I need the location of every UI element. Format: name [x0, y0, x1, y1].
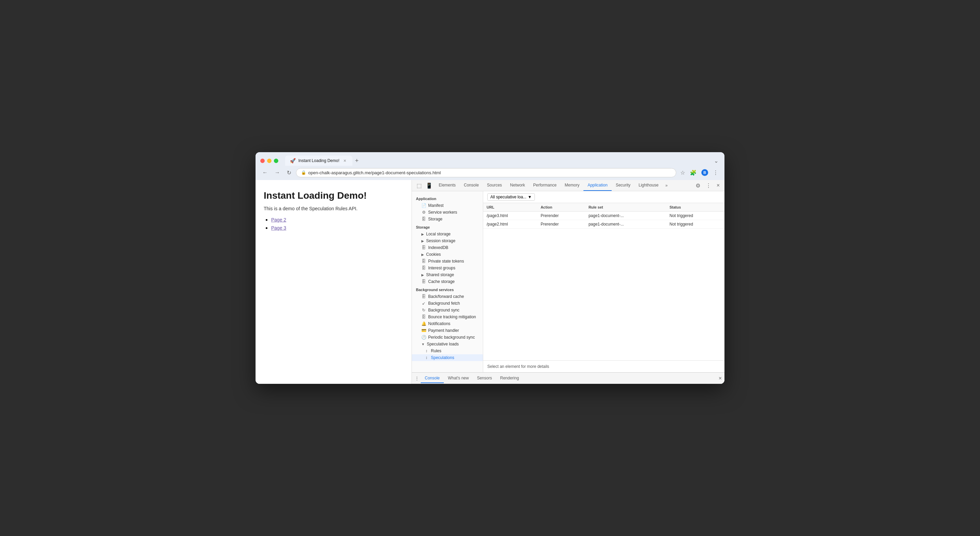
sidebar-item-bounce-tracking[interactable]: 🗄 Bounce tracking mitigation: [412, 313, 483, 320]
cookies-expand-icon: ▶: [422, 253, 424, 256]
row1-ruleset: page1-document-...: [585, 212, 666, 220]
maximize-window-button[interactable]: [274, 159, 278, 163]
col-action: Action: [537, 203, 585, 212]
row2-ruleset: page1-document-...: [585, 220, 666, 229]
sidebar-item-speculations[interactable]: ↕ Speculations: [412, 354, 483, 361]
overflow-menu-button[interactable]: ⌄: [713, 156, 720, 165]
page3-link[interactable]: Page 3: [271, 225, 286, 231]
close-window-button[interactable]: [260, 159, 265, 163]
address-actions: ☆ 🧩 B ⋮: [679, 168, 720, 177]
table-row[interactable]: /page3.html Prerender page1-document-...…: [483, 212, 724, 220]
more-tabs-button[interactable]: »: [663, 181, 670, 190]
sidebar-shared-storage-label: Shared storage: [426, 272, 454, 277]
sidebar-item-shared-storage[interactable]: ▶ Shared storage: [412, 271, 483, 278]
new-tab-button[interactable]: +: [352, 156, 361, 166]
extensions-button[interactable]: 🧩: [689, 168, 698, 177]
sidebar-payment-handler-label: Payment handler: [428, 328, 459, 333]
sidebar-item-rules[interactable]: ↕ Rules: [412, 347, 483, 354]
sidebar-item-background-fetch[interactable]: ↙ Background fetch: [412, 300, 483, 307]
tab-performance[interactable]: Performance: [529, 180, 561, 191]
rules-icon: ↕: [424, 348, 429, 353]
page2-link[interactable]: Page 2: [271, 217, 286, 223]
cache-storage-icon: 🗄: [422, 279, 426, 284]
drawer-tab-whats-new[interactable]: What's new: [444, 374, 473, 383]
local-storage-expand-icon: ▶: [422, 232, 424, 236]
forward-button[interactable]: →: [272, 168, 282, 177]
sidebar-item-indexeddb[interactable]: 🗄 IndexedDB: [412, 244, 483, 251]
tab-sources[interactable]: Sources: [483, 180, 506, 191]
browser-menu-button[interactable]: ⋮: [711, 168, 720, 177]
sidebar-item-background-sync[interactable]: ↻ Background sync: [412, 307, 483, 313]
sidebar-item-speculative-loads[interactable]: ▼ Speculative loads: [412, 341, 483, 347]
sidebar-item-service-workers[interactable]: ⚙ Service workers: [412, 209, 483, 216]
sidebar-item-periodic-bg-sync[interactable]: 🕐 Periodic background sync: [412, 334, 483, 341]
url-text: open-chalk-asparagus.glitch.me/page1-doc…: [308, 170, 441, 175]
back-button[interactable]: ←: [260, 168, 270, 177]
page-heading: Instant Loading Demo!: [264, 190, 403, 201]
devtools-actions: ⚙ ⋮ ×: [694, 181, 722, 190]
drawer-tab-rendering[interactable]: Rendering: [496, 374, 523, 383]
security-icon: 🔒: [301, 170, 306, 175]
row1-action: Prerender: [537, 212, 585, 220]
bookmark-button[interactable]: ☆: [679, 168, 686, 177]
tab-console[interactable]: Console: [460, 180, 483, 191]
filter-label: All speculative loa...: [490, 195, 527, 199]
sidebar-manifest-label: Manifest: [428, 203, 444, 208]
devtools-main-panel: All speculative loa... ▼ URL Action Rule…: [483, 191, 724, 372]
sidebar-item-manifest[interactable]: 📄 Manifest: [412, 202, 483, 209]
sidebar-rules-label: Rules: [431, 348, 441, 353]
reload-button[interactable]: ↻: [285, 168, 293, 177]
devtools-close-button[interactable]: ×: [714, 181, 722, 190]
tab-network[interactable]: Network: [506, 180, 529, 191]
profile-button[interactable]: B: [700, 168, 710, 177]
table-row[interactable]: /page2.html Prerender page1-document-...…: [483, 220, 724, 229]
device-toggle-button[interactable]: 📱: [424, 181, 434, 190]
sidebar-storage-label: Storage: [428, 217, 442, 221]
tab-lighthouse[interactable]: Lighthouse: [635, 180, 663, 191]
sidebar-item-back-forward-cache[interactable]: 🗄 Back/forward cache: [412, 293, 483, 300]
sidebar-item-notifications[interactable]: 🔔 Notifications: [412, 320, 483, 327]
sidebar-item-local-storage[interactable]: ▶ Local storage: [412, 231, 483, 237]
periodic-bg-sync-icon: 🕐: [422, 335, 426, 340]
filter-arrow-icon: ▼: [528, 195, 532, 199]
sidebar-background-fetch-label: Background fetch: [428, 301, 460, 306]
filter-dropdown[interactable]: All speculative loa... ▼: [487, 193, 535, 201]
row2-status: Not triggered: [666, 220, 724, 229]
devtools-settings-button[interactable]: ⚙: [694, 181, 702, 190]
minimize-window-button[interactable]: [267, 159, 272, 163]
col-ruleset: Rule set: [585, 203, 666, 212]
sidebar-item-storage[interactable]: 🗄 Storage: [412, 216, 483, 223]
sidebar-notifications-label: Notifications: [428, 321, 450, 326]
url-bar[interactable]: 🔒 open-chalk-asparagus.glitch.me/page1-d…: [296, 168, 676, 177]
tab-close-button[interactable]: ×: [342, 158, 348, 163]
traffic-lights: [260, 159, 278, 163]
tab-elements[interactable]: Elements: [434, 180, 460, 191]
devtools-more-button[interactable]: ⋮: [704, 181, 713, 190]
drawer-tab-console[interactable]: Console: [421, 374, 444, 383]
drawer-menu-button[interactable]: ⋮: [415, 376, 419, 381]
sidebar-item-payment-handler[interactable]: 💳 Payment handler: [412, 327, 483, 334]
inspect-element-button[interactable]: ⬚: [415, 181, 424, 190]
manifest-icon: 📄: [422, 203, 426, 208]
panel-toolbar: All speculative loa... ▼: [483, 191, 724, 203]
sidebar-item-private-state-tokens[interactable]: 🗄 Private state tokens: [412, 258, 483, 265]
tab-application[interactable]: Application: [584, 180, 612, 191]
tab-security[interactable]: Security: [612, 180, 635, 191]
devtools-sidebar: Application 📄 Manifest ⚙ Service workers…: [412, 191, 483, 372]
sidebar-item-session-storage[interactable]: ▶ Session storage: [412, 237, 483, 244]
sidebar-item-cookies[interactable]: ▶ Cookies: [412, 251, 483, 258]
sidebar-item-cache-storage[interactable]: 🗄 Cache storage: [412, 278, 483, 285]
browser-tab[interactable]: 🚀 Instant Loading Demo! ×: [285, 156, 352, 166]
sidebar-bounce-tracking-label: Bounce tracking mitigation: [428, 315, 476, 319]
storage-icon: 🗄: [422, 217, 426, 221]
row1-status: Not triggered: [666, 212, 724, 220]
main-content: Instant Loading Demo! This is a demo of …: [256, 180, 724, 384]
background-fetch-icon: ↙: [422, 301, 426, 306]
sidebar-item-interest-groups[interactable]: 🗄 Interest groups: [412, 265, 483, 271]
devtools-drawer: ⋮ Console What's new Sensors Rendering ×: [412, 372, 724, 384]
drawer-tab-sensors[interactable]: Sensors: [473, 374, 496, 383]
drawer-close-button[interactable]: ×: [719, 375, 722, 382]
tab-memory[interactable]: Memory: [561, 180, 584, 191]
avatar: B: [702, 169, 708, 176]
title-bar: 🚀 Instant Loading Demo! × + ⌄: [256, 152, 724, 166]
